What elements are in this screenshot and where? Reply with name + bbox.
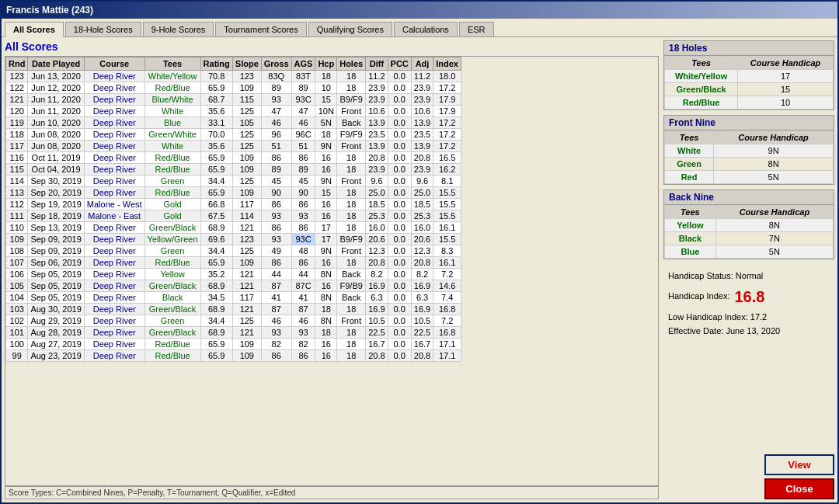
table-row[interactable]: 99Aug 23, 2019Deep RiverRed/Blue65.91098… xyxy=(6,350,461,362)
col-header-rating: Rating xyxy=(200,57,232,71)
handicap-index-line: Handicap Index: 16.8 xyxy=(668,283,830,310)
back-nine-table: Tees Course Handicap Yellow8NBlack7NBlue… xyxy=(664,205,834,259)
front-nine-title: Front Nine xyxy=(664,116,834,130)
col-header-diff: Diff xyxy=(366,57,388,71)
list-item: Red/Blue10 xyxy=(665,96,834,109)
left-panel: All Scores Rnd Date Played Course Tees R… xyxy=(5,40,659,499)
close-button[interactable]: Close xyxy=(764,478,834,499)
table-row[interactable]: 123Jun 13, 2020Deep RiverWhite/Yellow70.… xyxy=(6,71,461,82)
handicap-index-label: Handicap Index: xyxy=(668,289,730,304)
handicap-status-line: Handicap Status: Normal xyxy=(668,269,830,283)
handicap-info: Handicap Status: Normal Handicap Index: … xyxy=(663,264,834,343)
window-title: Francis Mattie (243) xyxy=(6,5,93,16)
18-holes-table: Tees Course Handicap White/Yellow17Green… xyxy=(664,56,834,109)
col-header-tees: Tees xyxy=(144,57,200,71)
col-header-course: Course xyxy=(84,57,144,71)
table-row[interactable]: 109Sep 09, 2019Deep RiverYellow/Green69.… xyxy=(6,234,461,245)
table-row[interactable]: 112Sep 19, 2019Malone - WestGold66.81178… xyxy=(6,199,461,210)
tab-qualifying-scores[interactable]: Qualifying Scores xyxy=(308,22,392,36)
table-row[interactable]: 101Aug 28, 2019Deep RiverGreen/Black68.9… xyxy=(6,327,461,339)
view-button[interactable]: View xyxy=(764,454,834,475)
tab-9-hole-scores[interactable]: 9-Hole Scores xyxy=(143,22,214,36)
col-header-adj: Adj xyxy=(411,57,433,71)
scores-table-scroll[interactable]: Rnd Date Played Course Tees Rating Slope… xyxy=(5,57,461,485)
bn-col-tees: Tees xyxy=(665,206,716,219)
tab-calculations[interactable]: Calculations xyxy=(394,22,458,36)
table-row[interactable]: 103Aug 30, 2019Deep RiverGreen/Black68.9… xyxy=(6,304,461,315)
right-panel: 18 Holes Tees Course Handicap White/Yell… xyxy=(663,40,834,499)
fn-col-tees: Tees xyxy=(665,131,714,144)
list-item: Yellow8N xyxy=(665,219,834,232)
table-row[interactable]: 106Sep 05, 2019Deep RiverYellow35.212144… xyxy=(6,269,461,280)
table-row[interactable]: 120Jun 11, 2020Deep RiverWhite35.6125474… xyxy=(6,106,461,117)
front-nine-section: Front Nine Tees Course Handicap White9NG… xyxy=(663,115,834,185)
list-item: Blue5N xyxy=(665,245,834,259)
table-row[interactable]: 110Sep 13, 2019Deep RiverGreen/Black68.9… xyxy=(6,222,461,234)
tab-tournament-scores[interactable]: Tournament Scores xyxy=(215,22,306,36)
tab-18-hole-scores[interactable]: 18-Hole Scores xyxy=(65,22,141,36)
tab-bar: All Scores 18-Hole Scores 9-Hole Scores … xyxy=(2,19,837,37)
table-row[interactable]: 111Sep 18, 2019Malone - EastGold67.51149… xyxy=(6,210,461,222)
scores-table-wrapper: Rnd Date Played Course Tees Rating Slope… xyxy=(5,56,659,486)
button-section: View Close xyxy=(663,454,834,499)
col-header-hcp: Hcp xyxy=(315,57,337,71)
table-row[interactable]: 121Jun 11, 2020Deep RiverBlue/White68.71… xyxy=(6,94,461,106)
18h-col-handicap: Course Handicap xyxy=(738,57,834,70)
table-header-row: Rnd Date Played Course Tees Rating Slope… xyxy=(6,57,461,71)
list-item: White9N xyxy=(665,144,834,158)
col-header-pcc: PCC xyxy=(388,57,411,71)
table-row[interactable]: 105Sep 05, 2019Deep RiverGreen/Black68.9… xyxy=(6,280,461,292)
col-header-slope: Slope xyxy=(232,57,261,71)
footer-note: Score Types: C=Combined Nines, P=Penalty… xyxy=(5,486,659,499)
back-nine-section: Back Nine Tees Course Handicap Yellow8NB… xyxy=(663,189,834,259)
table-row[interactable]: 108Sep 09, 2019Deep RiverGreen34.4125494… xyxy=(6,245,461,257)
col-header-rnd: Rnd xyxy=(6,57,28,71)
18h-col-tees: Tees xyxy=(665,57,738,70)
table-row[interactable]: 113Sep 20, 2019Deep RiverRed/Blue65.9109… xyxy=(6,187,461,199)
handicap-status-label: Handicap Status: xyxy=(668,271,733,280)
col-header-date: Date Played xyxy=(28,57,84,71)
col-header-ags: AGS xyxy=(291,57,315,71)
bn-col-handicap: Course Handicap xyxy=(715,206,833,219)
col-header-index: Index xyxy=(433,57,461,71)
handicap-index-value: 16.8 xyxy=(735,283,765,310)
col-header-gross: Gross xyxy=(261,57,291,71)
fn-col-handicap: Course Handicap xyxy=(714,131,834,144)
table-row[interactable]: 104Sep 05, 2019Deep RiverBlack34.5117414… xyxy=(6,292,461,304)
list-item: Red5N xyxy=(665,171,834,184)
title-bar: Francis Mattie (243) xyxy=(2,2,837,19)
scores-table: Rnd Date Played Course Tees Rating Slope… xyxy=(5,57,461,362)
table-row[interactable]: 122Jun 12, 2020Deep RiverRed/Blue65.9109… xyxy=(6,82,461,94)
table-row[interactable]: 119Jun 10, 2020Deep RiverBlue33.11054646… xyxy=(6,117,461,129)
table-row[interactable]: 100Aug 27, 2019Deep RiverRed/Blue65.9109… xyxy=(6,339,461,350)
main-window: Francis Mattie (243) All Scores 18-Hole … xyxy=(0,0,839,504)
18-holes-title: 18 Holes xyxy=(664,41,834,56)
main-content: All Scores Rnd Date Played Course Tees R… xyxy=(2,37,837,502)
low-handicap-line: Low Handicap Index: 17.2 xyxy=(668,310,830,325)
tab-all-scores[interactable]: All Scores xyxy=(5,22,64,37)
table-row[interactable]: 116Oct 11, 2019Deep RiverRed/Blue65.9109… xyxy=(6,152,461,164)
table-row[interactable]: 118Jun 08, 2020Deep RiverGreen/White70.0… xyxy=(6,129,461,141)
tab-esr[interactable]: ESR xyxy=(459,22,494,36)
col-header-holes: Holes xyxy=(337,57,366,71)
list-item: Black7N xyxy=(665,232,834,245)
table-row[interactable]: 115Oct 04, 2019Deep RiverRed/Blue65.9109… xyxy=(6,164,461,176)
table-row[interactable]: 102Aug 29, 2019Deep RiverGreen34.4125464… xyxy=(6,315,461,327)
front-nine-table: Tees Course Handicap White9NGreen8NRed5N xyxy=(664,130,834,184)
table-row[interactable]: 107Sep 06, 2019Deep RiverRed/Blue65.9109… xyxy=(6,257,461,269)
back-nine-title: Back Nine xyxy=(664,190,834,205)
list-item: White/Yellow17 xyxy=(665,70,834,83)
handicap-status-value: Normal xyxy=(736,271,763,280)
table-row[interactable]: 114Sep 30, 2019Deep RiverGreen34.4125454… xyxy=(6,176,461,187)
left-section-title: All Scores xyxy=(5,40,659,53)
list-item: Green8N xyxy=(665,158,834,171)
table-row[interactable]: 117Jun 08, 2020Deep RiverWhite35.6125515… xyxy=(6,141,461,152)
effective-date-line: Effective Date: June 13, 2020 xyxy=(668,324,830,339)
list-item: Green/Black15 xyxy=(665,83,834,96)
18-holes-section: 18 Holes Tees Course Handicap White/Yell… xyxy=(663,40,834,110)
